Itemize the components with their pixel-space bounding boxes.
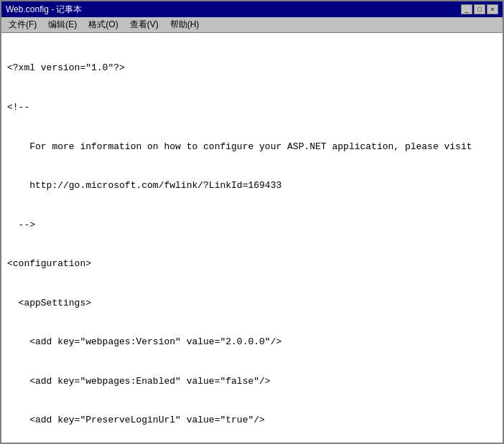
menu-view[interactable]: 查看(V) <box>126 17 163 32</box>
line-9: <add key="webpages:Enabled" value="false… <box>7 375 497 388</box>
line-6: <configuration> <box>7 258 497 270</box>
close-button[interactable]: × <box>487 4 498 14</box>
minimize-button[interactable]: _ <box>461 4 472 14</box>
menu-file[interactable]: 文件(F) <box>4 17 41 32</box>
line-5: --> <box>7 219 497 232</box>
line-10: <add key="PreserveLoginUrl" value="true"… <box>7 414 497 427</box>
menu-bar: 文件(F) 编辑(E) 格式(O) 查看(V) 帮助(H) <box>1 17 503 33</box>
menu-format[interactable]: 格式(O) <box>84 17 122 32</box>
line-2: <!-- <box>7 101 497 114</box>
line-4: http://go.microsoft.com/fwlink/?LinkId=1… <box>7 179 497 192</box>
line-1: <?xml version="1.0"?> <box>7 62 497 75</box>
maximize-button[interactable]: □ <box>474 4 485 14</box>
title-bar: Web.config - 记事本 _ □ × <box>1 1 503 17</box>
line-8: <add key="webpages:Version" value="2.0.0… <box>7 336 497 349</box>
window-controls: _ □ × <box>461 4 498 14</box>
line-3: For more information on how to configure… <box>7 141 497 153</box>
window-title: Web.config - 记事本 <box>6 4 461 16</box>
menu-edit[interactable]: 编辑(E) <box>44 17 81 32</box>
editor-content[interactable]: <?xml version="1.0"?> <!-- For more info… <box>1 33 503 443</box>
notepad-window: Web.config - 记事本 _ □ × 文件(F) 编辑(E) 格式(O)… <box>0 0 504 444</box>
code-text: <?xml version="1.0"?> <!-- For more info… <box>7 36 497 443</box>
line-7: <appSettings> <box>7 297 497 310</box>
menu-help[interactable]: 帮助(H) <box>166 17 204 32</box>
